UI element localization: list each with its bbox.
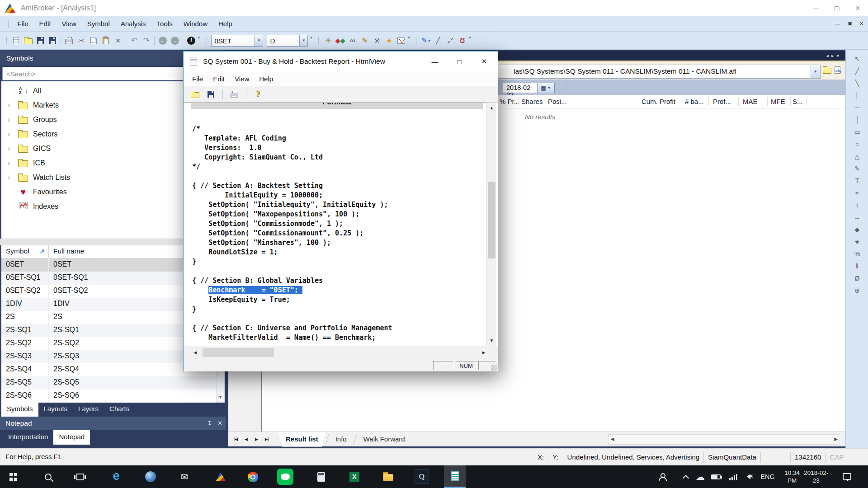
result-column-pr[interactable]: % Pr...	[500, 98, 519, 105]
menu-tools[interactable]: Tools	[151, 16, 178, 31]
dialog-vertical-scrollbar[interactable]: ▲ ▼	[486, 103, 496, 346]
shape-marker-icon[interactable]: ◆	[850, 223, 864, 235]
table-row[interactable]: 2S-SQ52S-SQ5	[1, 376, 216, 389]
toolbar-colors-button[interactable]	[334, 34, 346, 47]
tray-volume-muted-button[interactable]: ✕	[741, 465, 756, 488]
dialog-menu-help[interactable]: Help	[254, 75, 278, 83]
result-tab-result-list[interactable]: Result list	[278, 432, 326, 447]
result-column-posi[interactable]: Posi...	[548, 98, 567, 105]
mdi-close-button[interactable]: ✕	[859, 21, 863, 27]
tab-scroll-arrows-icon[interactable]: ◂▸▾	[826, 53, 842, 59]
interval-combobox[interactable]: D ▼	[267, 35, 308, 47]
scroll-right-icon[interactable]: ►	[478, 348, 489, 357]
column-header-full-name[interactable]: Full name	[49, 245, 96, 258]
expand-chevron-icon[interactable]: ›	[1, 101, 15, 109]
dialog-menu-file[interactable]: File	[187, 75, 208, 83]
panel-tab-layouts[interactable]: Layouts	[38, 402, 73, 417]
menu-view[interactable]: View	[56, 16, 81, 31]
interval-combo-value[interactable]: D	[267, 35, 299, 47]
toolbar-view-button[interactable]: ∞	[346, 34, 359, 47]
dialog-horizontal-scrollbar[interactable]: ◄ ►	[184, 346, 498, 359]
formula-path-dropdown-icon[interactable]: ▼	[811, 65, 820, 78]
taskbar-amibroker-button[interactable]	[208, 465, 229, 488]
percent-tool-icon[interactable]: %	[850, 248, 864, 260]
toolbar-new-button[interactable]	[10, 34, 22, 47]
nav-last-button[interactable]: ▶|	[262, 434, 272, 444]
toolbar-wizard-button[interactable]: ★	[383, 34, 395, 47]
result-tab-info[interactable]: Info	[328, 432, 354, 447]
notepad-tab-interpretation[interactable]: Interpretation	[3, 430, 53, 445]
ellipse-icon[interactable]: ○	[850, 138, 864, 150]
date-picker-button[interactable]: ▦▼	[538, 83, 555, 93]
taskbar-file-explorer-button[interactable]	[377, 465, 399, 488]
result-column-s[interactable]: S...	[793, 98, 803, 105]
toolbar-pencil-button[interactable]: ✎▾	[420, 34, 432, 47]
panel-tab-layers[interactable]: Layers	[73, 402, 104, 417]
parallel-lines-icon[interactable]: ‖	[850, 260, 864, 272]
toolbar-overflow-icon[interactable]: ▾	[310, 35, 312, 40]
menu-help[interactable]: Help	[213, 16, 238, 31]
menu-symbol[interactable]: Symbol	[82, 16, 115, 31]
result-column-shares[interactable]: Shares	[521, 98, 543, 105]
star-marker-icon[interactable]: ★	[850, 235, 864, 248]
dialog-menu-view[interactable]: View	[230, 75, 254, 83]
ray-line-icon[interactable]: ╲	[850, 77, 864, 89]
taskbar-calculator-button[interactable]	[310, 465, 332, 488]
toolbar-export-button[interactable]	[47, 34, 59, 47]
toolbar-undo-button[interactable]: ↶	[128, 34, 140, 47]
gann-line-icon[interactable]: Ø	[850, 272, 864, 284]
tray-battery-button[interactable]	[708, 465, 723, 488]
expand-chevron-icon[interactable]: ›	[1, 145, 15, 153]
scroll-down-icon[interactable]: ▼	[487, 335, 496, 346]
expand-chevron-icon[interactable]: ›	[1, 130, 15, 138]
nav-next-button[interactable]: ▶	[252, 434, 261, 444]
scrollbar-thumb[interactable]	[488, 182, 495, 258]
taskbar-mail-button[interactable]: ✉	[174, 465, 195, 488]
pin-icon[interactable]: ↧	[207, 417, 212, 430]
toolbar-save-button[interactable]	[34, 34, 47, 47]
tray-chevron-up-button[interactable]	[678, 465, 693, 488]
trend-line-icon[interactable]: ╱	[850, 65, 864, 77]
arrow-up-down-icon[interactable]: ↕	[850, 199, 864, 211]
toolbar-paste-button[interactable]	[99, 34, 112, 47]
result-tab-walk-forward[interactable]: Walk Forward	[356, 432, 412, 447]
toolbar-grip-icon[interactable]: ┊	[414, 37, 417, 44]
taskbar-report-button[interactable]	[444, 465, 466, 488]
toolbar-redo-button[interactable]: ↷	[140, 34, 152, 47]
mdi-restore-button[interactable]: ▣	[847, 21, 852, 27]
menu-window[interactable]: Window	[178, 16, 213, 31]
dialog-help-button[interactable]: ?	[252, 88, 264, 100]
tray-network-button[interactable]	[726, 465, 741, 488]
toolbar-grip-icon[interactable]: ┊	[316, 37, 319, 44]
toolbar-grip-icon[interactable]: ┊	[5, 37, 7, 44]
toolbar-forward-button[interactable]: →	[169, 34, 181, 47]
menu-edit[interactable]: Edit	[34, 16, 57, 31]
dialog-save-button[interactable]	[205, 88, 217, 100]
dialog-menu-edit[interactable]: Edit	[208, 75, 230, 83]
expand-chevron-icon[interactable]: ›	[1, 159, 15, 167]
rectangle-icon[interactable]: ▭	[850, 126, 864, 138]
arrow-left-right-icon[interactable]: ↔	[850, 211, 864, 223]
select-pointer-icon[interactable]: ↖	[850, 52, 864, 65]
report-html-view[interactable]: Formula /* Template: AFL Coding Versions…	[184, 103, 487, 346]
language-indicator[interactable]: ENG	[758, 465, 778, 488]
toolbar-print-button[interactable]	[63, 34, 75, 47]
taskbar-app-circle-button[interactable]	[140, 465, 161, 488]
notepad-tab-notepad[interactable]: Notepad	[53, 430, 90, 445]
toolbar-info-button[interactable]: i	[185, 34, 197, 47]
toolbar-delete-button[interactable]: ✕	[112, 34, 124, 47]
nav-previous-button[interactable]: ◀	[241, 434, 251, 444]
toolbar-scan-button[interactable]: ✎	[359, 34, 371, 47]
range-date-field[interactable]: 2018-02-22	[503, 83, 538, 93]
scroll-up-icon[interactable]: ▲	[487, 103, 496, 113]
dialog-open-button[interactable]	[189, 88, 201, 100]
scroll-left-icon[interactable]: ◀	[611, 436, 614, 441]
horizontal-line-icon[interactable]: ─	[850, 101, 864, 113]
minimize-button[interactable]: —	[806, 0, 826, 16]
taskbar-line-button[interactable]	[274, 465, 296, 488]
symbol-combobox[interactable]: 0SET ▼	[211, 35, 263, 47]
menubar-grip-icon[interactable]: ┊	[6, 20, 9, 28]
cross-hair-icon[interactable]: ┼	[850, 113, 864, 126]
column-header-symbol[interactable]: Symbol↗	[1, 245, 49, 258]
close-button[interactable]: ✕	[847, 0, 868, 16]
